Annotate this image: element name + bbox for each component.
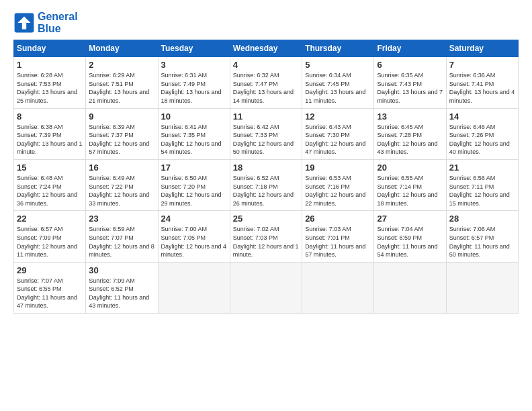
day-info: Sunrise: 6:34 AM Sunset: 7:45 PM Dayligh… <box>305 71 371 105</box>
day-number: 13 <box>377 111 443 122</box>
day-info: Sunrise: 6:36 AM Sunset: 7:41 PM Dayligh… <box>449 71 515 105</box>
day-number: 5 <box>305 60 371 70</box>
header-sunday: Sunday <box>14 40 86 57</box>
day-cell-22: 22 Sunrise: 6:57 AM Sunset: 7:09 PM Dayl… <box>14 211 86 262</box>
day-cell-6: 6 Sunrise: 6:35 AM Sunset: 7:43 PM Dayli… <box>374 57 446 108</box>
day-number: 2 <box>89 60 154 70</box>
logo-text: General Blue <box>38 11 78 34</box>
day-cell-13: 13 Sunrise: 6:45 AM Sunset: 7:28 PM Dayl… <box>374 108 446 159</box>
day-info: Sunrise: 6:56 AM Sunset: 7:11 PM Dayligh… <box>449 174 515 208</box>
day-info: Sunrise: 6:57 AM Sunset: 7:09 PM Dayligh… <box>17 225 83 259</box>
day-number: 29 <box>17 265 83 275</box>
day-number: 9 <box>89 111 154 122</box>
day-number: 3 <box>161 60 227 70</box>
day-number: 7 <box>449 60 515 70</box>
day-info: Sunrise: 7:09 AM Sunset: 6:52 PM Dayligh… <box>89 277 154 310</box>
day-info: Sunrise: 6:41 AM Sunset: 7:35 PM Dayligh… <box>161 123 227 156</box>
header: General Blue <box>13 11 519 34</box>
day-number: 24 <box>161 214 227 224</box>
day-cell-19: 19 Sunrise: 6:53 AM Sunset: 7:16 PM Dayl… <box>302 159 374 210</box>
calendar-week-row: 8 Sunrise: 6:38 AM Sunset: 7:39 PM Dayli… <box>14 108 519 159</box>
day-cell-30: 30 Sunrise: 7:09 AM Sunset: 6:52 PM Dayl… <box>86 262 158 313</box>
day-info: Sunrise: 6:59 AM Sunset: 7:07 PM Dayligh… <box>89 225 154 259</box>
empty-cell <box>158 262 230 313</box>
day-number: 14 <box>449 111 515 122</box>
day-number: 10 <box>161 111 227 122</box>
day-cell-8: 8 Sunrise: 6:38 AM Sunset: 7:39 PM Dayli… <box>14 108 86 159</box>
day-cell-5: 5 Sunrise: 6:34 AM Sunset: 7:45 PM Dayli… <box>302 57 374 108</box>
day-cell-25: 25 Sunrise: 7:02 AM Sunset: 7:03 PM Dayl… <box>230 211 302 262</box>
day-number: 16 <box>89 163 154 173</box>
day-info: Sunrise: 6:29 AM Sunset: 7:51 PM Dayligh… <box>89 71 154 105</box>
calendar-week-row: 1 Sunrise: 6:28 AM Sunset: 7:53 PM Dayli… <box>14 57 519 108</box>
day-number: 11 <box>233 111 299 122</box>
day-info: Sunrise: 7:03 AM Sunset: 7:01 PM Dayligh… <box>305 225 371 259</box>
day-cell-7: 7 Sunrise: 6:36 AM Sunset: 7:41 PM Dayli… <box>446 57 518 108</box>
day-info: Sunrise: 7:00 AM Sunset: 7:05 PM Dayligh… <box>161 225 227 259</box>
day-number: 19 <box>305 163 371 173</box>
day-cell-20: 20 Sunrise: 6:55 AM Sunset: 7:14 PM Dayl… <box>374 159 446 210</box>
day-number: 12 <box>305 111 371 122</box>
day-info: Sunrise: 6:42 AM Sunset: 7:33 PM Dayligh… <box>233 123 299 156</box>
empty-cell <box>302 262 374 313</box>
day-info: Sunrise: 6:49 AM Sunset: 7:22 PM Dayligh… <box>89 174 154 208</box>
day-cell-18: 18 Sunrise: 6:52 AM Sunset: 7:18 PM Dayl… <box>230 159 302 210</box>
day-number: 6 <box>377 60 443 70</box>
empty-cell <box>230 262 302 313</box>
day-info: Sunrise: 6:39 AM Sunset: 7:37 PM Dayligh… <box>89 123 154 156</box>
calendar-week-row: 29 Sunrise: 7:07 AM Sunset: 6:55 PM Dayl… <box>14 262 519 313</box>
logo: General Blue <box>13 11 78 34</box>
header-thursday: Thursday <box>302 40 374 57</box>
day-info: Sunrise: 6:48 AM Sunset: 7:24 PM Dayligh… <box>17 174 83 208</box>
day-number: 27 <box>377 214 443 224</box>
day-cell-10: 10 Sunrise: 6:41 AM Sunset: 7:35 PM Dayl… <box>158 108 230 159</box>
day-cell-15: 15 Sunrise: 6:48 AM Sunset: 7:24 PM Dayl… <box>14 159 86 210</box>
day-number: 18 <box>233 163 299 173</box>
day-cell-12: 12 Sunrise: 6:43 AM Sunset: 7:30 PM Dayl… <box>302 108 374 159</box>
day-cell-24: 24 Sunrise: 7:00 AM Sunset: 7:05 PM Dayl… <box>158 211 230 262</box>
day-cell-14: 14 Sunrise: 6:46 AM Sunset: 7:26 PM Dayl… <box>446 108 518 159</box>
day-cell-21: 21 Sunrise: 6:56 AM Sunset: 7:11 PM Dayl… <box>446 159 518 210</box>
day-cell-29: 29 Sunrise: 7:07 AM Sunset: 6:55 PM Dayl… <box>14 262 86 313</box>
day-cell-3: 3 Sunrise: 6:31 AM Sunset: 7:49 PM Dayli… <box>158 57 230 108</box>
day-cell-23: 23 Sunrise: 6:59 AM Sunset: 7:07 PM Dayl… <box>86 211 158 262</box>
logo-icon <box>13 12 35 34</box>
day-info: Sunrise: 6:55 AM Sunset: 7:14 PM Dayligh… <box>377 174 443 208</box>
day-number: 4 <box>233 60 299 70</box>
day-number: 26 <box>305 214 371 224</box>
day-info: Sunrise: 6:45 AM Sunset: 7:28 PM Dayligh… <box>377 123 443 156</box>
calendar: Sunday Monday Tuesday Wednesday Thursday… <box>13 40 519 314</box>
day-cell-11: 11 Sunrise: 6:42 AM Sunset: 7:33 PM Dayl… <box>230 108 302 159</box>
day-cell-28: 28 Sunrise: 7:06 AM Sunset: 6:57 PM Dayl… <box>446 211 518 262</box>
day-number: 1 <box>17 60 83 70</box>
day-number: 23 <box>89 214 154 224</box>
day-number: 22 <box>17 214 83 224</box>
header-tuesday: Tuesday <box>158 40 230 57</box>
day-number: 30 <box>89 265 154 275</box>
header-saturday: Saturday <box>446 40 518 57</box>
day-info: Sunrise: 6:38 AM Sunset: 7:39 PM Dayligh… <box>17 123 83 156</box>
day-info: Sunrise: 7:06 AM Sunset: 6:57 PM Dayligh… <box>449 225 515 259</box>
day-info: Sunrise: 6:53 AM Sunset: 7:16 PM Dayligh… <box>305 174 371 208</box>
day-info: Sunrise: 6:52 AM Sunset: 7:18 PM Dayligh… <box>233 174 299 208</box>
day-cell-9: 9 Sunrise: 6:39 AM Sunset: 7:37 PM Dayli… <box>86 108 158 159</box>
header-monday: Monday <box>86 40 158 57</box>
day-info: Sunrise: 7:07 AM Sunset: 6:55 PM Dayligh… <box>17 277 83 310</box>
day-number: 21 <box>449 163 515 173</box>
day-info: Sunrise: 6:28 AM Sunset: 7:53 PM Dayligh… <box>17 71 83 105</box>
empty-cell <box>446 262 518 313</box>
day-number: 25 <box>233 214 299 224</box>
empty-cell <box>374 262 446 313</box>
day-number: 8 <box>17 111 83 122</box>
day-info: Sunrise: 7:04 AM Sunset: 6:59 PM Dayligh… <box>377 225 443 259</box>
day-number: 15 <box>17 163 83 173</box>
day-info: Sunrise: 6:32 AM Sunset: 7:47 PM Dayligh… <box>233 71 299 105</box>
day-info: Sunrise: 6:31 AM Sunset: 7:49 PM Dayligh… <box>161 71 227 105</box>
calendar-week-row: 15 Sunrise: 6:48 AM Sunset: 7:24 PM Dayl… <box>14 159 519 210</box>
day-number: 17 <box>161 163 227 173</box>
header-friday: Friday <box>374 40 446 57</box>
day-info: Sunrise: 7:02 AM Sunset: 7:03 PM Dayligh… <box>233 225 299 259</box>
weekday-header-row: Sunday Monday Tuesday Wednesday Thursday… <box>14 40 519 57</box>
day-info: Sunrise: 6:46 AM Sunset: 7:26 PM Dayligh… <box>449 123 515 156</box>
day-cell-4: 4 Sunrise: 6:32 AM Sunset: 7:47 PM Dayli… <box>230 57 302 108</box>
